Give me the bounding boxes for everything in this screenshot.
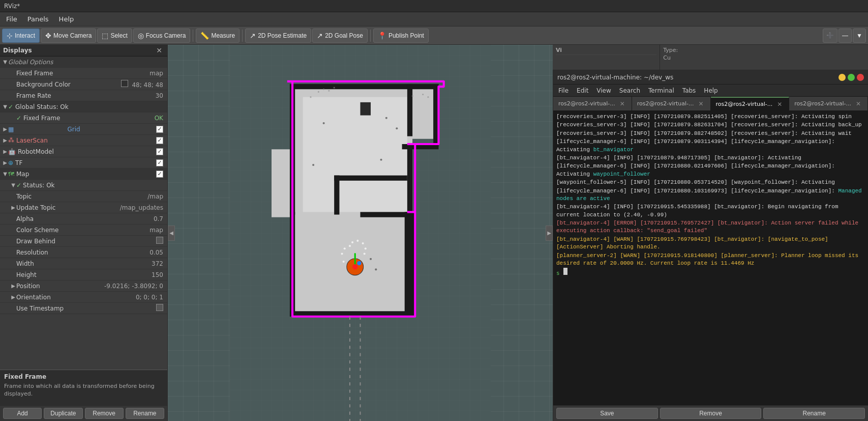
map-position-arrow[interactable] [10, 283, 16, 289]
robot-model-check[interactable] [156, 148, 163, 155]
map-width-row[interactable]: Width 372 [0, 258, 167, 269]
map-topic-row[interactable]: Topic /map [0, 191, 167, 202]
terminal-remove-button[interactable]: Remove [660, 408, 762, 419]
map-color-scheme-row[interactable]: Color Scheme map [0, 224, 167, 236]
terminal-tab-4[interactable]: ros2@ros2-virtual-... ✕ [789, 97, 868, 110]
menu-help[interactable]: Help [55, 14, 78, 24]
log-line-11: [bt_navigator-4] [WARN] [1707210915.7697… [556, 236, 865, 251]
gs-fixed-frame-row[interactable]: ✓ Fixed Frame OK [0, 113, 167, 124]
background-color-row[interactable]: Background Color 48; 48; 48 [0, 79, 167, 90]
add-button[interactable]: Add [3, 408, 42, 419]
2d-pose-estimate-button[interactable]: ↗ 2D Pose Estimate [245, 29, 311, 43]
add-display-button[interactable]: ➕ [823, 29, 837, 43]
terminal-close[interactable] [857, 74, 864, 81]
map-draw-behind-row[interactable]: Draw Behind [0, 236, 167, 247]
terminal-menu-search[interactable]: Search [616, 86, 643, 95]
global-status-arrow[interactable] [2, 104, 8, 110]
robot-model-row[interactable]: 🤖 RobotModel [0, 146, 167, 157]
map-display-row[interactable]: 🗺 Map [0, 169, 167, 180]
map-position-row[interactable]: Position -9.0216; -3.8092; 0 [0, 280, 167, 292]
gs-fixed-frame-value: OK [125, 115, 165, 122]
terminal-maximize[interactable] [848, 74, 855, 81]
map-update-topic-arrow[interactable] [10, 205, 16, 211]
terminal-tab-2[interactable]: ros2@ros2-virtual-... ✕ [632, 97, 711, 110]
map-draw-behind-checkbox[interactable] [125, 237, 165, 245]
laser-scan-row[interactable]: ⁂ LaserScan [0, 135, 167, 146]
menu-panels[interactable]: Panels [23, 14, 53, 24]
publish-point-button[interactable]: 📍 Publish Point [373, 29, 429, 43]
grid-check[interactable] [156, 126, 163, 133]
fixed-frame-row[interactable]: Fixed Frame map [0, 68, 167, 79]
laser-scan-checkbox[interactable] [125, 136, 165, 144]
laser-scan-check[interactable] [156, 137, 163, 144]
map-use-timestamp-check[interactable] [156, 304, 163, 311]
terminal-minimize[interactable] [839, 74, 846, 81]
terminal-tabs: ros2@ros2-virtual-... ✕ ros2@ros2-virtua… [553, 97, 868, 111]
save-button[interactable]: Save [556, 408, 658, 419]
terminal-tab-1[interactable]: ros2@ros2-virtual-... ✕ [553, 97, 632, 110]
rename-button[interactable]: Rename [126, 408, 164, 419]
select-button[interactable]: ⬚ Select [97, 29, 132, 43]
terminal-menu-help[interactable]: Help [701, 86, 721, 95]
tf-checkbox[interactable] [125, 159, 165, 166]
map-status-arrow[interactable] [10, 182, 16, 188]
terminal-tab-1-close[interactable]: ✕ [618, 100, 626, 108]
terminal-menu-tabs[interactable]: Tabs [679, 86, 699, 95]
measure-button[interactable]: 📏 Measure [196, 29, 240, 43]
global-status-row[interactable]: ✓ Global Status: Ok [0, 101, 167, 113]
collapse-left-button[interactable]: ◀ [168, 226, 175, 241]
terminal-content[interactable]: [recoveries_server-3] [INFO] [1707210879… [553, 111, 868, 405]
2d-goal-pose-button[interactable]: ↗ 2D Goal Pose [312, 29, 368, 43]
menu-file[interactable]: File [2, 14, 21, 24]
robot-model-checkbox[interactable] [125, 148, 165, 155]
move-camera-button[interactable]: ✥ Move Camera [41, 29, 96, 43]
map-use-timestamp-checkbox[interactable] [125, 304, 165, 313]
collapse-right-button[interactable]: ▶ [546, 226, 553, 241]
terminal-menu-edit[interactable]: Edit [574, 86, 591, 95]
map-use-timestamp-row[interactable]: Use Timestamp [0, 303, 167, 314]
map-height-row[interactable]: Height 150 [0, 269, 167, 280]
duplicate-button[interactable]: Duplicate [44, 408, 82, 419]
frame-rate-row[interactable]: Frame Rate 30 [0, 90, 167, 101]
robot-model-arrow[interactable] [2, 149, 8, 155]
3d-view[interactable]: ◀ ▶ [168, 45, 553, 421]
tf-row[interactable]: ⊕ TF [0, 157, 167, 169]
terminal-menu-file[interactable]: File [555, 86, 572, 95]
map-orientation-arrow[interactable] [10, 294, 16, 300]
laser-scan-arrow[interactable] [2, 137, 8, 144]
displays-panel-close[interactable]: ✕ [154, 46, 164, 54]
minus-button[interactable]: — [839, 29, 852, 43]
map-status-row[interactable]: ✓ Status: Ok [0, 180, 167, 191]
dropdown-button[interactable]: ▼ [853, 29, 866, 43]
map-resolution-row[interactable]: Resolution 0.05 [0, 247, 167, 258]
tf-arrow[interactable] [2, 160, 8, 166]
map-update-topic-row[interactable]: Update Topic /map_updates [0, 202, 167, 213]
log-line-4: [lifecycle_manager-6] [INFO] [1707210879… [556, 138, 865, 154]
remove-button[interactable]: Remove [85, 408, 124, 419]
map-arrow[interactable] [2, 171, 8, 177]
map-check[interactable] [156, 171, 163, 178]
focus-camera-button[interactable]: ◎ Focus Camera [133, 29, 191, 43]
terminal-tab-2-close[interactable]: ✕ [697, 100, 705, 108]
displays-list[interactable]: Global Options Fixed Frame map Backgroun… [0, 57, 167, 370]
grid-checkbox[interactable] [125, 125, 165, 133]
terminal-tab-3[interactable]: ros2@ros2-virtual-... ✕ [711, 97, 790, 110]
map-alpha-row[interactable]: Alpha 0.7 [0, 213, 167, 224]
terminal-tab-3-close[interactable]: ✕ [775, 100, 784, 108]
grid-arrow[interactable] [2, 126, 8, 132]
terminal-menu-terminal[interactable]: Terminal [645, 86, 677, 95]
global-options-arrow[interactable] [2, 59, 8, 65]
terminal-panel: ros2@ros2-virtual-machine: ~/dev_ws File… [553, 70, 868, 421]
map-draw-behind-check[interactable] [156, 237, 163, 244]
interact-button[interactable]: ⊹ Interact [2, 29, 40, 43]
terminal-tab-4-close[interactable]: ✕ [854, 100, 862, 108]
map-checkbox[interactable] [125, 170, 165, 178]
terminal-menu-view[interactable]: View [593, 86, 614, 95]
frame-rate-label: Frame Rate [16, 92, 125, 99]
terminal-rename-button[interactable]: Rename [763, 408, 865, 419]
grid-display-row[interactable]: ▦ Grid [0, 124, 167, 135]
map-orientation-row[interactable]: Orientation 0; 0; 0; 1 [0, 292, 167, 303]
tf-check[interactable] [156, 159, 163, 166]
global-options-row[interactable]: Global Options [0, 57, 167, 68]
log-line-2: [recoveries_server-3] [INFO] [1707210879… [556, 121, 865, 129]
